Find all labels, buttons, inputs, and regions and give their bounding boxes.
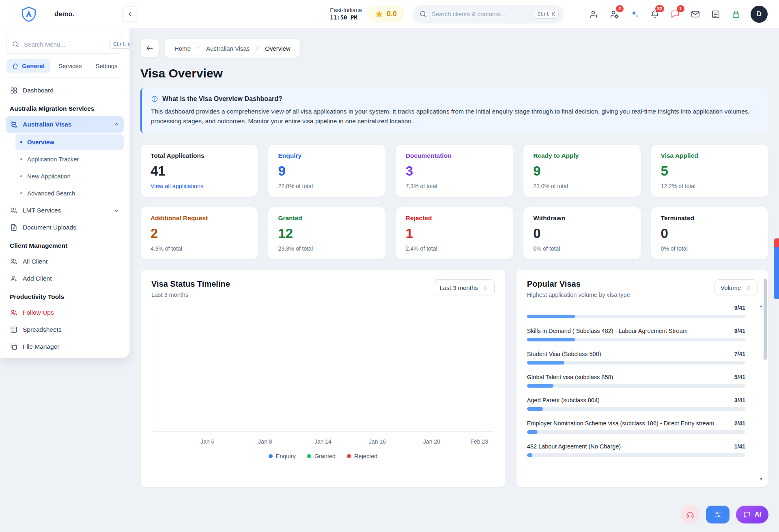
scrollbar-thumb[interactable]	[764, 279, 767, 360]
sidebar-item-follow-ups[interactable]: Follow Ups	[6, 304, 124, 321]
mail-icon[interactable]	[690, 9, 700, 19]
visa-count: 1/41	[734, 443, 745, 450]
scroll-down-icon[interactable]: ▼	[759, 477, 763, 481]
visa-count: 5/41	[734, 374, 745, 380]
view-all-applications-link[interactable]: View all applications	[151, 183, 248, 189]
sidebar-section-australia-migration: Australia Migration Services	[6, 99, 124, 116]
x-tick-label: Jan 14	[314, 438, 331, 445]
chevron-updown-icon	[746, 285, 751, 291]
tab-general-label: General	[22, 62, 45, 69]
main-content: Home Australian Visas Overview Visa Over…	[130, 28, 779, 532]
popular-sort-select[interactable]: Volume	[714, 279, 757, 296]
x-tick-label: Jan 16	[369, 438, 386, 445]
stat-card-withdrawn: Withdrawn 0 0% of total	[523, 207, 641, 260]
legend-rejected[interactable]: Rejected	[347, 453, 377, 459]
sidebar-subitem-overview[interactable]: Overview	[15, 134, 124, 150]
edge-feedback-tab[interactable]	[774, 238, 779, 299]
list-scrollbar[interactable]: ▲ ▼	[758, 304, 764, 481]
sidebar-item-all-client[interactable]: All Client	[6, 253, 124, 270]
legend-dot	[347, 454, 351, 458]
visa-name: Employer Nomination Scheme visa (subclas…	[527, 420, 714, 427]
scroll-up-icon[interactable]: ▲	[759, 304, 763, 308]
legend-enquiry[interactable]: Enquiry	[269, 453, 296, 459]
sidebar-item-dashboard[interactable]: Dashboard	[6, 82, 124, 99]
sidebar-item-label: Spreadsheets	[23, 326, 62, 333]
user-avatar[interactable]: D	[751, 6, 768, 23]
timeline-legend: Enquiry Granted Rejected	[151, 453, 495, 459]
stat-label: Withdrawn	[533, 215, 631, 222]
user-add-icon[interactable]	[589, 9, 599, 19]
ai-assistant-button[interactable]: AI	[736, 506, 768, 523]
popular-visas-list: 9/41 Skills in Demand ( Subclass 482) - …	[527, 305, 757, 457]
sidebar-search-input[interactable]	[23, 41, 105, 48]
progress-track	[527, 315, 745, 318]
timeline-range-select[interactable]: Last 3 months	[434, 279, 495, 296]
sidebar-item-label: Follow Ups	[23, 309, 54, 316]
sidebar-item-lmt-services[interactable]: LMT Services	[6, 202, 124, 219]
chat-icon[interactable]: 1	[670, 9, 680, 19]
timeline-title: Visa Status Timeline	[151, 279, 230, 289]
tab-general[interactable]: General	[6, 59, 50, 73]
list-item: Aged Parent (subclass 804) 3/41	[527, 397, 745, 411]
stat-label: Terminated	[661, 215, 758, 222]
bell-badge: 32	[655, 5, 664, 12]
global-search[interactable]: Ctrl K	[413, 5, 564, 24]
users-icon	[10, 206, 18, 215]
sidebar-subitem-label: Overview	[27, 139, 54, 146]
users-icon	[10, 257, 18, 266]
visa-count: 2/41	[734, 420, 745, 427]
breadcrumb-australian-visas[interactable]: Australian Visas	[206, 45, 250, 52]
news-icon[interactable]	[710, 9, 721, 19]
x-tick-label: Jan 20	[423, 438, 440, 445]
sidebar-subitem-advanced-search[interactable]: Advanced Search	[15, 185, 124, 201]
sidebar-item-label: Add Client	[23, 275, 52, 282]
sidebar-subitem-application-tracker[interactable]: Application Tracker	[15, 151, 124, 167]
sidebar-item-australian-visas[interactable]: Australian Visas	[6, 116, 124, 133]
bullet-icon	[20, 175, 22, 177]
sparkles-icon[interactable]	[629, 9, 639, 19]
list-item: Skills in Demand ( Subclass 482) - Labou…	[527, 328, 745, 341]
back-button[interactable]	[140, 39, 159, 58]
stat-card-ready-to-apply: Ready to Apply 9 22.0% of total	[523, 144, 641, 197]
lock-icon[interactable]	[731, 9, 741, 19]
stat-label: Additional Request	[151, 215, 248, 222]
stat-sub: 0% of total	[533, 245, 631, 252]
timeline-range-value: Last 3 months	[440, 284, 478, 291]
stat-label: Rejected	[406, 215, 503, 222]
chat-badge: 1	[677, 5, 684, 12]
bullet-icon	[20, 192, 22, 194]
stat-label: Visa Applied	[661, 152, 758, 159]
sidebar-tabs: General Services Settings	[6, 59, 124, 78]
bell-icon[interactable]: 32	[650, 9, 660, 19]
stat-value: 2	[151, 226, 248, 241]
popular-visas-subtitle: Highest application volume by visa type	[527, 292, 630, 298]
visa-count: 7/41	[734, 351, 745, 357]
sidebar-collapse-button[interactable]	[123, 6, 138, 22]
sidebar-item-document-uploads[interactable]: Document Uploads	[6, 219, 124, 236]
sidebar-subitem-new-application[interactable]: New Application	[15, 168, 124, 184]
breadcrumb-home[interactable]: Home	[174, 45, 191, 52]
legend-granted[interactable]: Granted	[307, 453, 336, 459]
support-button[interactable]	[681, 505, 699, 524]
stat-sub: 7.3% of total	[406, 183, 503, 189]
stat-card-terminated: Terminated 0 0% of total	[651, 207, 768, 260]
bullet-icon	[20, 141, 22, 143]
sidebar-item-file-manager[interactable]: File Manager	[6, 338, 124, 355]
route-icon	[10, 120, 18, 129]
sidebar-section-client-management: Client Management	[6, 236, 124, 253]
tab-settings[interactable]: Settings	[90, 59, 123, 73]
visa-count: 9/41	[734, 305, 745, 311]
bullet-icon	[20, 158, 22, 160]
page-title: Visa Overview	[140, 66, 768, 80]
quick-tasks-button[interactable]	[706, 506, 730, 523]
sidebar-item-add-client[interactable]: Add Client	[6, 270, 124, 287]
sidebar-item-label: All Client	[23, 258, 47, 265]
sidebar-search[interactable]: Ctrl m	[6, 35, 123, 54]
user-gear-icon[interactable]: 2	[609, 9, 619, 19]
sidebar-item-spreadsheets[interactable]: Spreadsheets	[6, 321, 124, 338]
info-banner-title: What is the Visa Overview Dashboard?	[162, 95, 282, 103]
rating-badge[interactable]: 0.0	[369, 6, 403, 21]
spreadsheet-icon	[10, 326, 18, 334]
tab-services[interactable]: Services	[53, 59, 87, 73]
global-search-input[interactable]	[431, 10, 530, 18]
